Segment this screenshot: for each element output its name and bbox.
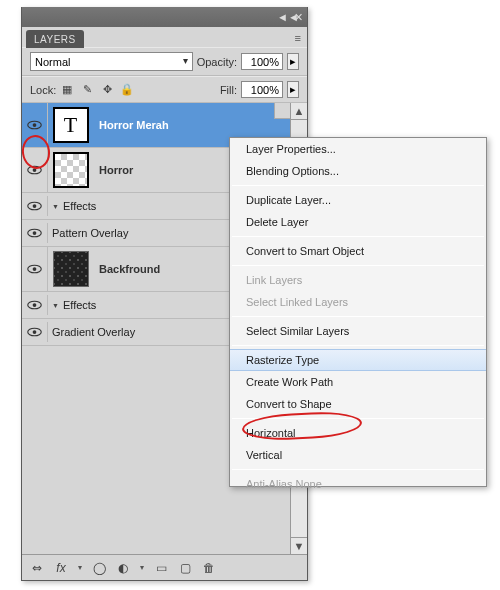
menu-item[interactable]: Create Work Path — [230, 371, 486, 393]
menu-item[interactable]: Duplicate Layer... — [230, 189, 486, 211]
menu-item[interactable]: Rasterize Type — [230, 349, 486, 371]
lock-label: Lock: — [30, 84, 56, 96]
disclosure-icon[interactable]: ▼ — [52, 203, 59, 210]
collapse-icon[interactable]: ◄◄ — [277, 8, 287, 26]
visibility-toggle[interactable] — [22, 148, 48, 192]
lock-icons-group: ▦ ✎ ✥ 🔒 — [60, 83, 134, 97]
background-layer-icon — [53, 251, 89, 287]
opacity-input[interactable]: 100% — [241, 53, 283, 70]
svg-point-5 — [33, 204, 37, 208]
lock-image-icon[interactable]: ✎ — [80, 83, 94, 97]
opacity-stepper[interactable]: ▸ — [287, 53, 299, 70]
lock-transparency-icon[interactable]: ▦ — [60, 83, 74, 97]
panel-footer: ⇔ fx ▾ ◯ ◐ ▾ ▭ ▢ 🗑 — [22, 554, 307, 580]
menu-item[interactable]: Convert to Smart Object — [230, 240, 486, 262]
opacity-label: Opacity: — [197, 56, 237, 68]
fill-stepper[interactable]: ▸ — [287, 81, 299, 98]
close-panel-icon[interactable]: ✕ — [293, 8, 303, 26]
effect-name: Gradient Overlay — [52, 326, 135, 338]
fill-label: Fill: — [220, 84, 237, 96]
menu-separator — [232, 236, 484, 237]
menu-item: Anti-Alias None — [230, 473, 486, 495]
panel-tabs-row: LAYERS ≡ — [22, 27, 307, 47]
delete-layer-icon[interactable]: 🗑 — [202, 561, 216, 575]
menu-item[interactable]: Layer Properties... — [230, 138, 486, 160]
layer-thumb: T — [48, 103, 93, 147]
svg-point-11 — [33, 303, 37, 307]
blend-mode-value: Normal — [35, 56, 70, 68]
menu-item: Select Linked Layers — [230, 291, 486, 313]
menu-item[interactable]: Delete Layer — [230, 211, 486, 233]
visibility-toggle[interactable] — [22, 322, 48, 342]
menu-separator — [232, 265, 484, 266]
menu-separator — [232, 345, 484, 346]
lock-all-icon[interactable]: 🔒 — [120, 83, 134, 97]
menu-item[interactable]: Select Similar Layers — [230, 320, 486, 342]
visibility-toggle[interactable] — [22, 223, 48, 243]
group-icon[interactable]: ▭ — [154, 561, 168, 575]
lock-fill-row: Lock: ▦ ✎ ✥ 🔒 Fill: 100% ▸ — [22, 76, 307, 103]
raster-layer-icon — [53, 152, 89, 188]
svg-point-1 — [33, 123, 37, 127]
menu-separator — [232, 185, 484, 186]
effects-label: Effects — [63, 299, 96, 311]
svg-point-3 — [33, 168, 37, 172]
visibility-toggle[interactable] — [22, 247, 48, 291]
scroll-down-icon[interactable]: ▼ — [291, 537, 307, 554]
layer-thumb — [48, 148, 93, 192]
titlebar-controls: ◄◄ ✕ — [273, 8, 307, 26]
new-layer-icon[interactable]: ▢ — [178, 561, 192, 575]
panel-menu-icon[interactable]: ≡ — [289, 32, 307, 44]
fx-icon[interactable]: fx — [54, 561, 68, 575]
visibility-toggle[interactable] — [22, 295, 48, 315]
disclosure-icon[interactable]: ▼ — [52, 302, 59, 309]
menu-item[interactable]: Vertical — [230, 444, 486, 466]
fx-menu-icon[interactable]: ▾ — [78, 563, 82, 572]
visibility-toggle[interactable] — [22, 103, 48, 147]
panel-title[interactable]: LAYERS — [26, 30, 84, 48]
menu-item[interactable]: Convert to Shape — [230, 393, 486, 415]
fill-input[interactable]: 100% — [241, 81, 283, 98]
panel-titlebar: ◄◄ ✕ — [22, 7, 307, 27]
svg-point-7 — [33, 231, 37, 235]
menu-separator — [232, 316, 484, 317]
effect-name: Pattern Overlay — [52, 227, 128, 239]
scroll-up-icon[interactable]: ▲ — [291, 103, 307, 120]
adjustment-icon[interactable]: ◐ — [116, 561, 130, 575]
effects-label: Effects — [63, 200, 96, 212]
menu-item: Link Layers — [230, 269, 486, 291]
menu-separator — [232, 418, 484, 419]
layer-thumb — [48, 247, 93, 291]
lock-position-icon[interactable]: ✥ — [100, 83, 114, 97]
menu-separator — [232, 469, 484, 470]
type-layer-icon: T — [53, 107, 89, 143]
svg-point-9 — [33, 267, 37, 271]
context-menu: Layer Properties...Blending Options...Du… — [229, 137, 487, 487]
adjust-menu-icon[interactable]: ▾ — [140, 563, 144, 572]
link-layers-icon[interactable]: ⇔ — [30, 561, 44, 575]
visibility-toggle[interactable] — [22, 196, 48, 216]
layer-selected-ind — [274, 103, 290, 119]
svg-point-13 — [33, 330, 37, 334]
menu-item[interactable]: Horizontal — [230, 422, 486, 444]
menu-item[interactable]: Blending Options... — [230, 160, 486, 182]
blend-opacity-row: Normal Opacity: 100% ▸ — [22, 47, 307, 76]
blend-mode-select[interactable]: Normal — [30, 52, 193, 71]
mask-icon[interactable]: ◯ — [92, 561, 106, 575]
